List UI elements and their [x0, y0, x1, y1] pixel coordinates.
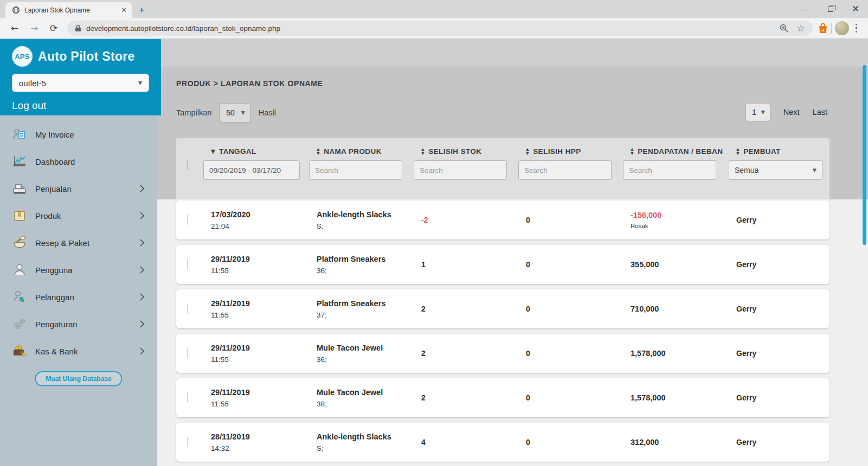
window-restore-button[interactable] [818, 0, 843, 18]
row-checkbox[interactable] [187, 259, 188, 269]
pendapatan-search-input[interactable] [623, 160, 716, 180]
nama-produk-search-input[interactable] [309, 160, 402, 180]
extension-bag-icon[interactable]: a [818, 23, 828, 34]
row-product-variant: S; [317, 222, 414, 230]
back-button[interactable]: ← [7, 20, 23, 36]
select-all-checkbox[interactable] [187, 160, 188, 170]
row-time: 11:55 [211, 311, 309, 319]
url-bar[interactable]: development.autopilotstore.co.id/laporan… [67, 21, 813, 36]
sidebar-item[interactable]: Pelanggan [0, 283, 157, 310]
row-checkbox[interactable] [187, 215, 188, 225]
column-header[interactable]: ▲▼ SELISIH HPP [518, 147, 623, 156]
sidebar-item[interactable]: Produk [0, 202, 157, 229]
outlet-select[interactable]: outlet-5 ▼ [12, 74, 149, 92]
sort-icon: ▲▼ [631, 148, 634, 155]
sidebar-item[interactable]: Pengguna [0, 256, 157, 283]
row-date: 17/03/2020 [211, 210, 309, 219]
column-header[interactable]: ▲▼ NAMA PRODUK [309, 147, 414, 156]
row-time: 11:55 [211, 267, 309, 275]
row-product-variant: 36; [317, 267, 414, 275]
row-checkbox[interactable] [187, 303, 188, 314]
browser-tab-strip: Laporan Stok Opname ✕ + — ✕ [0, 0, 868, 18]
tab-close-icon[interactable]: ✕ [121, 6, 127, 14]
lock-icon [75, 24, 81, 32]
row-product-variant: 38; [317, 400, 414, 408]
sidebar-item[interactable]: Kas & Bank [0, 338, 157, 365]
sort-icon: ▼ [211, 149, 215, 154]
sidebar-item[interactable]: Penjualan [0, 175, 157, 202]
sidebar-item-icon [12, 263, 27, 277]
next-page-link[interactable]: Next [783, 108, 800, 116]
row-date: 29/11/2019 [211, 299, 309, 308]
row-selisih-hpp: 0 [518, 260, 623, 269]
page-select[interactable]: 1 ▼ [745, 103, 770, 121]
row-time: 14:32 [211, 444, 309, 452]
sidebar-item-icon [12, 317, 27, 332]
chevron-right-icon [140, 293, 144, 301]
column-header-label: NAMA PRODUK [324, 147, 382, 156]
sidebar-item[interactable]: My Invoice [0, 121, 157, 148]
logout-link[interactable]: Log out [12, 100, 149, 112]
row-selisih-stok: 1 [414, 260, 518, 269]
chevron-right-icon [140, 185, 144, 192]
row-checkbox[interactable] [187, 437, 188, 447]
column-header[interactable]: ▼ TANGGAL [203, 147, 309, 156]
browser-toolbar: ← → ⟳ development.autopilotstore.co.id/l… [0, 18, 868, 39]
page-size-select[interactable]: 50 ▼ [219, 103, 251, 122]
table-header-panel: ▼ TANGGAL ▲▼ NAMA PRODUK ▲▼ SELISIH STOK… [176, 138, 830, 199]
reload-button[interactable]: ⟳ [46, 20, 62, 36]
sidebar-item-label: Pengguna [35, 266, 131, 275]
sidebar-item[interactable]: Pengaturan [0, 310, 157, 338]
pembuat-filter-select[interactable]: Semua ▼ [729, 160, 822, 180]
row-pendapatan: 710,000 [631, 305, 729, 313]
selisih-stok-search-input[interactable] [414, 160, 507, 180]
globe-favicon-icon [12, 6, 20, 14]
forward-button[interactable]: → [26, 20, 42, 36]
column-header[interactable]: ▲▼ PENDAPATAN / BEBAN [623, 147, 729, 156]
column-header-label: SELISIH HPP [533, 147, 581, 156]
window-close-button[interactable]: ✕ [843, 0, 868, 18]
reload-database-button[interactable]: Muat Ulang Database [35, 371, 122, 386]
column-header[interactable]: ▲▼ SELISIH STOK [414, 147, 518, 156]
profile-avatar[interactable] [835, 21, 849, 35]
row-selisih-stok: -2 [414, 216, 518, 224]
sidebar-item-label: Resep & Paket [35, 238, 131, 248]
last-page-link[interactable]: Last [813, 108, 827, 116]
window-minimize-button[interactable]: — [793, 0, 818, 18]
row-selisih-hpp: 0 [518, 349, 623, 358]
row-checkbox[interactable] [187, 348, 188, 358]
page-size-value: 50 [226, 108, 235, 117]
bookmark-star-icon[interactable]: ☆ [796, 23, 805, 34]
new-tab-button[interactable]: + [139, 4, 145, 16]
date-range-filter-input[interactable] [203, 160, 300, 180]
column-header-label: TANGGAL [219, 147, 256, 156]
outlet-select-value: outlet-5 [19, 79, 46, 88]
table-row[interactable]: 17/03/2020 21:04 Ankle-length Slacks S; … [176, 200, 830, 240]
table-row[interactable]: 29/11/2019 11:55 Mule Tacon Jewel 36; 2 … [176, 334, 830, 373]
row-time: 21:04 [211, 222, 309, 230]
table-row[interactable]: 29/11/2019 11:55 Platform Sneakers 36; 1… [176, 245, 830, 284]
column-header[interactable]: ▲▼ PEMBUAT [729, 147, 830, 156]
row-pendapatan: 355,000 [631, 260, 729, 269]
row-pembuat: Gerry [729, 216, 830, 224]
row-note: Rusak [631, 223, 729, 229]
sidebar-item[interactable]: Dashboard [0, 148, 157, 175]
page-scrollbar[interactable] [863, 65, 866, 245]
sort-icon: ▲▼ [317, 148, 320, 155]
selisih-hpp-search-input[interactable] [518, 160, 612, 180]
table-row[interactable]: 29/11/2019 11:55 Mule Tacon Jewel 38; 2 … [176, 378, 830, 417]
browser-menu-icon[interactable] [852, 24, 861, 33]
row-product-variant: S; [317, 444, 414, 452]
browser-tab[interactable]: Laporan Stok Opname ✕ [5, 2, 132, 18]
chevron-right-icon [140, 212, 144, 219]
table-row[interactable]: 28/11/2019 14:32 Ankle-length Slacks S; … [176, 423, 830, 462]
row-pendapatan: -156,000 [631, 211, 729, 219]
brand: APS Auto Pilot Store [12, 46, 149, 67]
pembuat-filter-value: Semua [735, 166, 758, 174]
row-checkbox[interactable] [187, 392, 188, 403]
sidebar-item[interactable]: Resep & Paket [0, 229, 157, 256]
table-row[interactable]: 29/11/2019 11:55 Platform Sneakers 37; 2… [176, 289, 830, 328]
sidebar-item-label: Kas & Bank [35, 347, 131, 356]
zoom-icon[interactable] [779, 23, 789, 33]
chevron-down-icon: ▼ [138, 80, 142, 86]
